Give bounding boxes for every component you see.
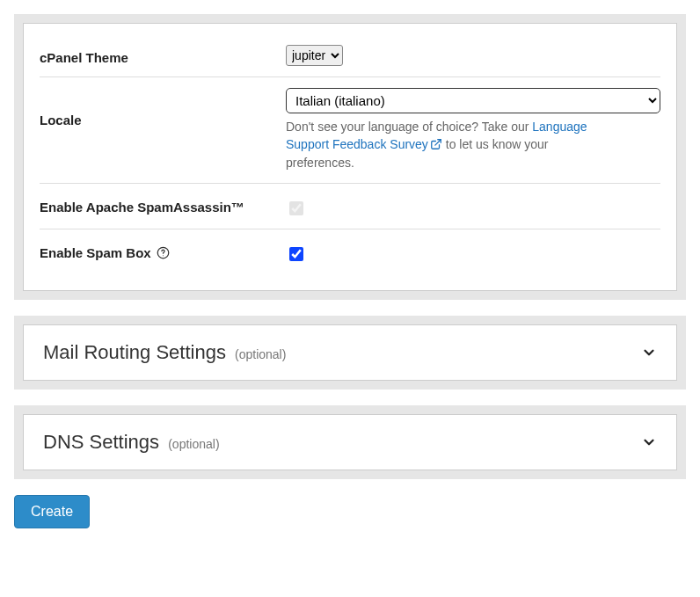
accordion-mail-routing: Mail Routing Settings (optional) bbox=[14, 316, 686, 390]
control-locale: Italian (italiano) Don't see your langua… bbox=[286, 88, 660, 172]
accordion-mail-routing-optional: (optional) bbox=[235, 347, 286, 361]
svg-point-2 bbox=[163, 255, 164, 256]
accordion-dns-header[interactable]: DNS Settings (optional) bbox=[23, 414, 677, 470]
select-cpanel-theme[interactable]: jupiter bbox=[286, 45, 343, 66]
row-locale: Locale Italian (italiano) Don't see your… bbox=[40, 76, 660, 183]
chevron-down-icon bbox=[641, 345, 657, 360]
settings-panel: cPanel Theme jupiter Locale Italian (ita… bbox=[14, 14, 686, 300]
label-locale: Locale bbox=[40, 88, 286, 127]
svg-line-0 bbox=[435, 139, 441, 144]
accordion-dns-optional: (optional) bbox=[168, 437, 219, 451]
row-spambox: Enable Spam Box bbox=[40, 229, 660, 274]
locale-hint-prefix: Don't see your language of choice? Take … bbox=[286, 120, 532, 134]
accordion-mail-routing-header[interactable]: Mail Routing Settings (optional) bbox=[23, 324, 677, 381]
settings-panel-inner: cPanel Theme jupiter Locale Italian (ita… bbox=[23, 23, 677, 291]
accordion-mail-routing-title-text: Mail Routing Settings bbox=[43, 341, 226, 363]
control-spamassassin bbox=[286, 194, 660, 218]
checkbox-spambox[interactable] bbox=[289, 247, 303, 261]
row-spamassassin: Enable Apache SpamAssassin™ bbox=[40, 183, 660, 229]
locale-hint: Don't see your language of choice? Take … bbox=[286, 119, 620, 172]
chevron-down-icon bbox=[641, 434, 657, 450]
label-spambox-text: Enable Spam Box bbox=[40, 245, 151, 260]
create-button[interactable]: Create bbox=[14, 495, 90, 528]
accordion-dns-title: DNS Settings (optional) bbox=[43, 431, 220, 454]
label-spambox: Enable Spam Box bbox=[40, 240, 286, 262]
control-spambox bbox=[286, 240, 660, 264]
external-link-icon bbox=[430, 138, 442, 156]
help-icon[interactable] bbox=[157, 246, 170, 262]
accordion-dns-title-text: DNS Settings bbox=[43, 431, 159, 453]
checkbox-spamassassin bbox=[289, 201, 303, 215]
label-cpanel-theme: cPanel Theme bbox=[40, 45, 286, 65]
accordion-dns: DNS Settings (optional) bbox=[14, 405, 686, 479]
select-locale[interactable]: Italian (italiano) bbox=[286, 88, 660, 113]
control-cpanel-theme: jupiter bbox=[286, 45, 660, 66]
row-cpanel-theme: cPanel Theme jupiter bbox=[40, 34, 660, 76]
accordion-mail-routing-title: Mail Routing Settings (optional) bbox=[43, 341, 286, 364]
label-spamassassin: Enable Apache SpamAssassin™ bbox=[40, 194, 286, 215]
